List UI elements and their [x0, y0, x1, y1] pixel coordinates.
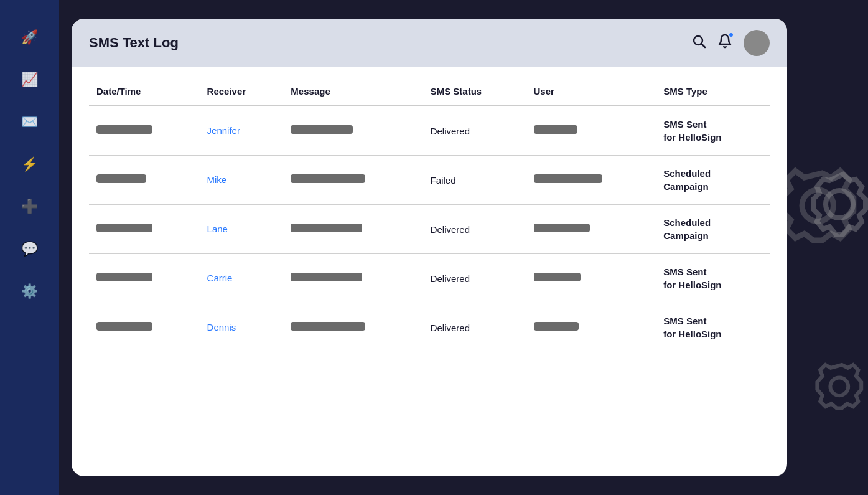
receiver-link[interactable]: Jennifer [207, 125, 240, 136]
sms-type-text: SMS Sentfor HelloSign [656, 106, 770, 156]
table-row: DennisDeliveredSMS Sentfor HelloSign [89, 303, 770, 352]
chat-icon[interactable]: 💬 [17, 237, 42, 262]
table-row: CarrieDeliveredSMS Sentfor HelloSign [89, 254, 770, 303]
search-icon[interactable] [691, 34, 706, 52]
col-status: SMS Status [423, 80, 526, 106]
receiver-link[interactable]: Lane [207, 224, 228, 234]
plus-icon[interactable]: ➕ [17, 194, 42, 219]
sms-type-text: ScheduledCampaign [656, 205, 770, 254]
sms-type-text: ScheduledCampaign [656, 156, 770, 205]
card-header: SMS Text Log [72, 19, 787, 67]
datetime-placeholder [96, 125, 152, 134]
svg-point-2 [830, 377, 848, 395]
message-placeholder [291, 273, 362, 281]
bolt-icon[interactable]: ⚡ [17, 152, 42, 177]
page-title: SMS Text Log [89, 35, 179, 51]
status-text: Delivered [423, 106, 526, 156]
table-row: JenniferDeliveredSMS Sentfor HelloSign [89, 106, 770, 156]
sidebar: 🚀 📈 ✉️ ⚡ ➕ 💬 ⚙️ [0, 0, 59, 495]
receiver-link[interactable]: Dennis [207, 322, 236, 332]
table-header: Date/Time Receiver Message SMS Status Us… [89, 80, 770, 106]
header-actions [691, 30, 770, 56]
user-placeholder [534, 125, 577, 134]
datetime-placeholder [96, 224, 152, 232]
col-user: User [526, 80, 656, 106]
col-smstype: SMS Type [656, 80, 770, 106]
main-card: SMS Text Log Date/Time [72, 19, 787, 476]
status-text: Delivered [423, 205, 526, 254]
message-placeholder [291, 174, 365, 183]
receiver-link[interactable]: Mike [207, 174, 227, 185]
notification-dot [728, 32, 734, 38]
status-text: Delivered [423, 254, 526, 303]
sms-type-text: SMS Sentfor HelloSign [656, 254, 770, 303]
user-placeholder [534, 322, 579, 331]
receiver-link[interactable]: Carrie [207, 273, 233, 283]
datetime-placeholder [96, 174, 146, 183]
status-text: Delivered [423, 303, 526, 352]
user-placeholder [534, 224, 590, 232]
table-row: MikeFailedScheduledCampaign [89, 156, 770, 205]
status-text: Failed [423, 156, 526, 205]
table-row: LaneDeliveredScheduledCampaign [89, 205, 770, 254]
message-placeholder [291, 322, 365, 331]
rocket-icon[interactable]: 🚀 [17, 25, 42, 50]
svg-point-0 [826, 191, 853, 218]
mail-icon[interactable]: ✉️ [17, 110, 42, 134]
message-placeholder [291, 125, 353, 134]
notification-icon[interactable] [717, 34, 732, 52]
message-placeholder [291, 224, 362, 232]
sms-type-text: SMS Sentfor HelloSign [656, 303, 770, 352]
svg-point-1 [802, 190, 833, 221]
settings-icon[interactable]: ⚙️ [17, 279, 42, 304]
svg-line-4 [702, 44, 706, 48]
sms-log-table: Date/Time Receiver Message SMS Status Us… [89, 80, 770, 352]
datetime-placeholder [96, 322, 152, 331]
table-container: Date/Time Receiver Message SMS Status Us… [72, 67, 787, 365]
datetime-placeholder [96, 273, 152, 281]
chart-icon[interactable]: 📈 [17, 67, 42, 92]
user-placeholder [534, 174, 602, 183]
col-message: Message [283, 80, 422, 106]
user-placeholder [534, 273, 581, 281]
col-datetime: Date/Time [89, 80, 200, 106]
col-receiver: Receiver [200, 80, 284, 106]
avatar[interactable] [744, 30, 770, 56]
table-body: JenniferDeliveredSMS Sentfor HelloSignMi… [89, 106, 770, 352]
